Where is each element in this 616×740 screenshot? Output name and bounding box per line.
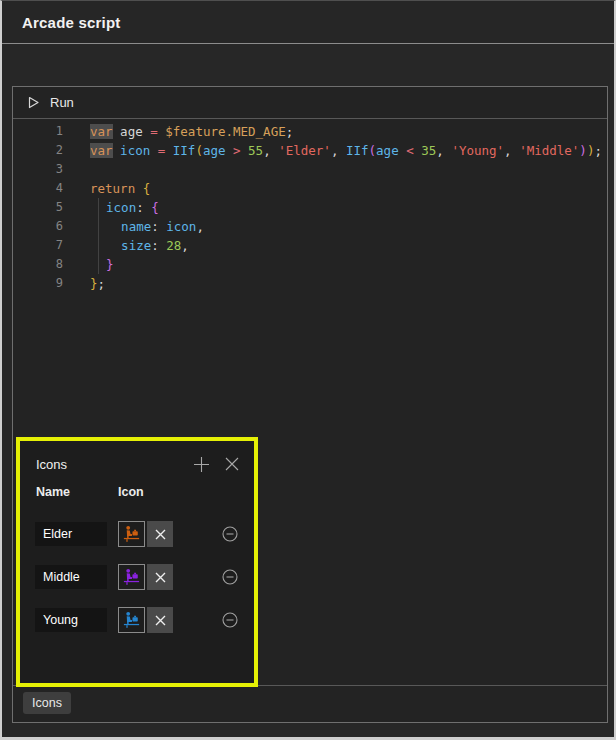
line-number: 7 xyxy=(13,236,63,255)
clear-icon-button[interactable] xyxy=(147,564,173,590)
editor-footer: Icons xyxy=(13,686,607,722)
code-text: var icon = IIf(age > 55, 'Elder', IIf(ag… xyxy=(63,141,602,160)
icon-column-header: Icon xyxy=(118,485,144,501)
icon-name-input[interactable] xyxy=(35,522,107,546)
page-title: Arcade script xyxy=(22,14,120,31)
run-button[interactable]: Run xyxy=(27,95,74,110)
line-number: 4 xyxy=(13,179,63,198)
code-text: }; xyxy=(63,274,105,293)
minus-circle-icon xyxy=(222,526,238,542)
remove-row-button[interactable] xyxy=(222,612,238,628)
play-icon xyxy=(27,96,40,109)
add-icon-button[interactable] xyxy=(192,455,210,473)
code-text: icon: { xyxy=(63,198,159,217)
run-button-label: Run xyxy=(50,95,74,110)
code-line: 5 icon: { xyxy=(13,198,607,217)
close-icon xyxy=(224,456,240,472)
code-text: return { xyxy=(63,179,150,198)
icon-picker-button[interactable] xyxy=(118,521,145,547)
code-lines: 1var age = $feature.MED_AGE;2var icon = … xyxy=(13,122,607,293)
icon-row-middle xyxy=(20,564,254,590)
code-text: name: icon, xyxy=(63,217,204,236)
icon-row-elder xyxy=(20,521,254,547)
young-person-icon xyxy=(122,611,141,630)
editor-toolbar: Run xyxy=(13,87,607,119)
code-text xyxy=(63,160,90,179)
title-bar: Arcade script xyxy=(2,1,614,44)
code-line: 8 } xyxy=(13,255,607,274)
remove-row-button[interactable] xyxy=(222,526,238,542)
minus-circle-icon xyxy=(222,569,238,585)
icons-panel-header: Icons xyxy=(36,455,241,473)
code-line: 4return { xyxy=(13,179,607,198)
icons-panel-title: Icons xyxy=(36,457,67,472)
icon-row-young xyxy=(20,607,254,633)
clear-icon-button[interactable] xyxy=(147,607,173,633)
close-panel-button[interactable] xyxy=(223,455,241,473)
code-text: var age = $feature.MED_AGE; xyxy=(63,122,293,141)
icons-chip-button[interactable]: Icons xyxy=(23,692,71,714)
x-icon xyxy=(155,572,166,583)
icons-panel: Icons xyxy=(16,437,258,687)
code-line: 9}; xyxy=(13,274,607,293)
code-text: size: 28, xyxy=(63,236,189,255)
icon-name-input[interactable] xyxy=(35,565,107,589)
x-icon xyxy=(155,615,166,626)
icon-picker-button[interactable] xyxy=(118,607,145,633)
line-number: 2 xyxy=(13,141,63,160)
plus-icon xyxy=(193,456,210,473)
code-line: 1var age = $feature.MED_AGE; xyxy=(13,122,607,141)
icon-name-input[interactable] xyxy=(35,608,107,632)
arcade-script-window: Arcade script Run 1var age = $feature.ME… xyxy=(0,0,616,740)
line-number: 9 xyxy=(13,274,63,293)
x-icon xyxy=(155,529,166,540)
clear-icon-button[interactable] xyxy=(147,521,173,547)
script-editor-container: Run 1var age = $feature.MED_AGE;2var ico… xyxy=(12,86,608,723)
code-text: } xyxy=(63,255,114,274)
icons-panel-column-headers: Name Icon xyxy=(36,485,144,501)
line-number: 1 xyxy=(13,122,63,141)
middle-person-icon xyxy=(122,568,141,587)
code-line: 6 name: icon, xyxy=(13,217,607,236)
line-number: 6 xyxy=(13,217,63,236)
remove-row-button[interactable] xyxy=(222,569,238,585)
line-number: 8 xyxy=(13,255,63,274)
elder-person-icon xyxy=(122,525,141,544)
name-column-header: Name xyxy=(36,485,118,501)
line-number: 3 xyxy=(13,160,63,179)
line-number: 5 xyxy=(13,198,63,217)
minus-circle-icon xyxy=(222,612,238,628)
code-line: 7 size: 28, xyxy=(13,236,607,255)
code-line: 2var icon = IIf(age > 55, 'Elder', IIf(a… xyxy=(13,141,607,160)
icon-picker-button[interactable] xyxy=(118,564,145,590)
code-line: 3 xyxy=(13,160,607,179)
